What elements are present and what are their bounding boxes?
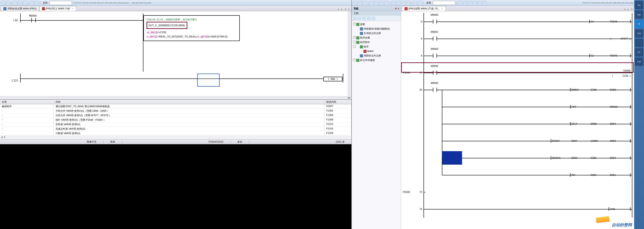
tree-node[interactable]: 局部软元件注释 — [353, 53, 400, 58]
param-label: 参数 — [425, 1, 432, 5]
contact-no[interactable] — [433, 71, 437, 75]
toolbar-btn[interactable] — [406, 1, 410, 5]
left-status-bar: 简体中文 简单 FX3U/FX3UC 本站 (22/2 步 — [0, 139, 351, 144]
toolbar-btn[interactable] — [353, 1, 357, 5]
pin-icon[interactable]: 📌 × — [394, 8, 399, 10]
dock-icon[interactable]: roW — [635, 57, 643, 66]
toolbar-btn[interactable] — [413, 1, 418, 5]
param-input[interactable] — [433, 1, 455, 5]
close-icon[interactable]: × — [440, 8, 443, 10]
nav-tool-icon[interactable] — [372, 16, 376, 21]
project-tree[interactable]: 参数特殊模块(智能功能模块)全局软元件注释程序设置程序部件程序MAIN局部软元件… — [352, 21, 401, 229]
tree-node[interactable]: 程序 — [353, 44, 400, 49]
toolbar-btn[interactable] — [418, 1, 422, 5]
param-input[interactable] — [50, 1, 72, 5]
dock-icon[interactable]: ility — [635, 1, 643, 10]
toolbar-btn[interactable] — [384, 1, 389, 5]
tree-node[interactable]: 特殊模块(智能功能模块) — [353, 27, 400, 31]
tab-icon — [42, 7, 45, 10]
tab-next-icon[interactable]: ▸ — [340, 8, 343, 11]
toolbar-btn[interactable] — [6, 1, 10, 5]
st-code-block[interactable]: (*X0.=A, X1.=Z，2000P分辨率，单方向计数*) OUT_C_32… — [144, 15, 240, 41]
grid-row[interactable]: -指针 VAR用 使用3点（范围 P2048 - P2050 ）F1309 — [0, 118, 351, 122]
ladder-rung: 22 END — [4, 74, 343, 87]
toolbar-btn[interactable] — [30, 1, 34, 5]
tab-prev-icon[interactable]: ◂ — [623, 8, 626, 11]
tab-prev-icon[interactable]: ◂ — [336, 8, 340, 11]
contact-no[interactable] — [433, 88, 437, 92]
dock-icon[interactable]: ✱ — [635, 20, 643, 28]
contact-label: M8000 — [29, 14, 36, 17]
nav-tool-icon[interactable] — [358, 16, 362, 21]
toolbar-btn[interactable] — [401, 1, 406, 5]
toolbar-btn[interactable] — [458, 1, 462, 5]
dock-icon[interactable]: EP — [635, 48, 643, 57]
contact-no[interactable] — [31, 18, 36, 23]
toolbar-btn[interactable] — [379, 1, 384, 5]
toolbar-btn[interactable] — [396, 1, 401, 5]
toolbar-btn[interactable] — [18, 1, 22, 5]
tab-label-settings[interactable]: 局部标签设置 MAIN [PRG] — [1, 6, 39, 11]
toolbar-btn[interactable] — [478, 1, 482, 5]
tab-prg-write[interactable]: [PRG]写入 MAIN 75步× — [40, 6, 76, 11]
status-station: 本站 — [230, 140, 249, 144]
grid-col-header[interactable]: 内容 — [54, 100, 324, 104]
grid-row[interactable]: -定时器 VAR用 使用0点F1312 — [0, 122, 351, 127]
tab-close-icon[interactable]: × — [347, 8, 350, 11]
tree-node[interactable]: 参数 — [353, 22, 400, 27]
toolbar-btn[interactable] — [482, 1, 487, 5]
contact-no[interactable] — [433, 37, 437, 41]
tab-menu-icon[interactable]: ▾ — [630, 8, 633, 11]
tree-node[interactable]: 软元件存储器 — [353, 58, 400, 62]
nav-tool-icon[interactable] — [362, 16, 366, 21]
ladder-rung: 0 M8000 (*X0.=A, X1.=Z，2000P分辨率，单方向计数*) … — [4, 14, 343, 72]
status-plc: FX3U/FX3UC — [202, 140, 230, 143]
tree-node[interactable]: MAIN — [353, 49, 400, 53]
toolbar-btn[interactable] — [374, 1, 379, 5]
ladder-pane[interactable]: 0 M8000 (*X0.=A, X1.=Z，2000P分辨率，单方向计数*) … — [0, 11, 348, 96]
dock-icon[interactable] — [635, 39, 643, 47]
grid-body[interactable]: 编译程序通过函数'DINT_TO_REAL'复位M8023特殊继电器。F0207… — [0, 104, 351, 135]
tree-node[interactable]: 全局软元件注释 — [353, 31, 400, 36]
tree-node[interactable]: 程序设置 — [353, 36, 400, 40]
param-label: 参数 — [42, 1, 49, 5]
grid-col-header[interactable]: 分类 — [0, 100, 54, 104]
tree-node[interactable]: 程序部件 — [353, 40, 400, 44]
contact-no[interactable] — [433, 20, 437, 24]
dock-icon[interactable]: age — [635, 10, 643, 19]
toolbar-btn[interactable] — [13, 1, 17, 5]
grid-row[interactable]: -高速定时器 VAR用 使用0点F1316 — [0, 127, 351, 131]
left-editor: 0 M8000 (*X0.=A, X1.=Z，2000P分辨率，单方向计数*) … — [0, 11, 351, 96]
toolbar-btn[interactable] — [472, 1, 477, 5]
status-line: s: 1 — [0, 135, 351, 139]
ladder-read-pane[interactable]: 0M8000CJP20484M8001( M7677 )8M8000CJP204… — [401, 11, 634, 229]
contact-no[interactable] — [433, 54, 437, 58]
grid-row[interactable]: 编译程序通过函数'DINT_TO_REAL'复位M8023特殊继电器。F0207 — [0, 104, 351, 109]
grid-row[interactable]: -字软元件 VAR用 使用14点（范围 D986 - D999 ）F1301 — [0, 109, 351, 113]
toolbar-btn[interactable] — [463, 1, 467, 5]
left-app-window: 参数 F5 F6 F7 F8 F9 F10 sF5 sF6 sF7 sF8 sF… — [0, 0, 352, 229]
close-icon[interactable]: × — [71, 8, 74, 10]
grid-col-header[interactable]: 错误代码 — [324, 100, 351, 104]
nav-tool-icon[interactable] — [353, 16, 357, 21]
grid-row[interactable]: -计数器 VAR用 使用0点F1324 — [0, 131, 351, 135]
scrollbar-h[interactable]: ◂ ▸ — [0, 96, 351, 99]
grid-row[interactable]: -位软元件 VAR用 使用3点（范围 M7677 - M7679 ）F1305 — [0, 113, 351, 118]
nav-tool-icon[interactable] — [367, 16, 371, 21]
ladder-rung: DEMULD992E360D994 — [403, 149, 632, 166]
dock-icon[interactable]: oSh — [635, 29, 643, 38]
toolbar-btn[interactable] — [370, 1, 374, 5]
ladder-rung: 8M8000CJP2049 — [403, 47, 632, 64]
tab-menu-icon[interactable]: ▾ — [344, 8, 347, 11]
tab-next-icon[interactable]: ▸ — [626, 8, 630, 11]
toolbar-btn[interactable] — [23, 1, 27, 5]
toolbar-btn[interactable] — [362, 1, 367, 5]
scrollbar-v[interactable] — [348, 11, 351, 96]
toolbar-btn[interactable] — [391, 1, 396, 5]
toolbar-btn[interactable] — [358, 1, 362, 5]
toolbar-btn[interactable] — [1, 1, 6, 5]
tab-prg-read[interactable]: [PRG]读取 MAIN (只读) 75...× — [402, 6, 446, 11]
rung-body: M8000 (*X0.=A, X1.=Z，2000P分辨率，单方向计数*) OU… — [20, 14, 343, 23]
toolbar-btn[interactable] — [468, 1, 472, 5]
toolbar-btn[interactable] — [34, 1, 39, 5]
